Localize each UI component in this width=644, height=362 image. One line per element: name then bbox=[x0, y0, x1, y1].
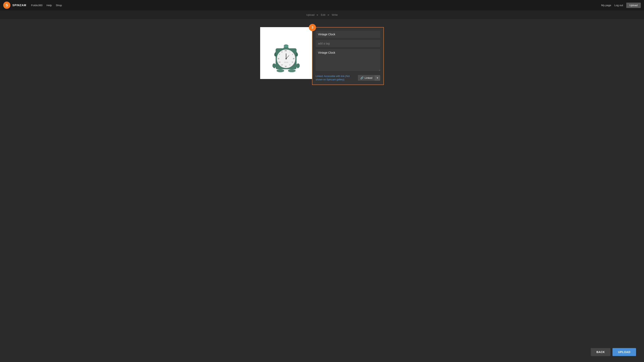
nav-left: S SPINZAM Foldio360 Help Shop bbox=[3, 2, 62, 9]
log-out-link[interactable]: Log out bbox=[614, 4, 623, 7]
title-input[interactable] bbox=[316, 31, 380, 38]
upload-button[interactable]: UPLOAD bbox=[612, 348, 636, 356]
svg-text:XI: XI bbox=[281, 51, 282, 53]
logo-area: S SPINZAM bbox=[3, 2, 26, 9]
main-content: XII III VI IX I II IV V VII VIII X XI bbox=[0, 19, 644, 93]
top-navigation: S SPINZAM Foldio360 Help Shop My page Lo… bbox=[0, 0, 644, 10]
svg-text:IV: IV bbox=[292, 62, 293, 63]
linked-status-text: Linked: Accessible with link.(Not shown … bbox=[316, 74, 356, 82]
svg-text:VIII: VIII bbox=[278, 62, 280, 63]
step-edit-label[interactable]: Edit bbox=[321, 13, 325, 16]
nav-upload-button[interactable]: Upload bbox=[626, 2, 641, 8]
logo-icon: S bbox=[3, 2, 10, 9]
form-panel: 3 Linked: Accessible with link.(Not show… bbox=[312, 27, 384, 85]
step-navigation: Upload ▶ Edit ▶ Write bbox=[0, 10, 644, 19]
svg-text:VI: VI bbox=[285, 66, 286, 68]
svg-point-1 bbox=[288, 69, 296, 72]
clock-image: XII III VI IX I II IV V VII VIII X XI bbox=[268, 33, 304, 73]
back-button[interactable]: BACK bbox=[591, 348, 610, 356]
my-page-link[interactable]: My page bbox=[601, 4, 611, 7]
svg-text:III: III bbox=[293, 58, 294, 60]
linked-label: Linked bbox=[365, 76, 372, 80]
svg-text:V: V bbox=[290, 64, 290, 66]
linked-caret-button[interactable]: ▼ bbox=[375, 75, 380, 81]
step-upload-label[interactable]: Upload bbox=[306, 13, 314, 16]
svg-point-0 bbox=[276, 69, 284, 72]
nav-link-foldio360[interactable]: Foldio360 bbox=[31, 4, 42, 7]
nav-links: Foldio360 Help Shop bbox=[31, 4, 62, 7]
linked-button[interactable]: 🔗 Linked bbox=[358, 75, 375, 81]
svg-point-18 bbox=[286, 58, 287, 60]
svg-text:VII: VII bbox=[281, 64, 283, 66]
step-arrow-1: ▶ bbox=[317, 14, 318, 16]
bottom-bar: BACK UPLOAD bbox=[591, 348, 636, 356]
svg-text:II: II bbox=[292, 54, 293, 55]
svg-text:I: I bbox=[290, 51, 290, 53]
svg-text:SPINZAM: SPINZAM bbox=[284, 62, 288, 63]
nav-link-help[interactable]: Help bbox=[46, 4, 52, 7]
logo-letter: S bbox=[6, 3, 8, 8]
linked-dropdown[interactable]: 🔗 Linked ▼ bbox=[358, 75, 380, 81]
nav-link-shop[interactable]: Shop bbox=[56, 4, 62, 7]
description-textarea[interactable] bbox=[316, 49, 380, 71]
svg-text:IX: IX bbox=[278, 58, 279, 60]
tag-input[interactable] bbox=[316, 40, 380, 47]
nav-right: My page Log out Upload bbox=[601, 2, 641, 8]
image-preview: XII III VI IX I II IV V VII VIII X XI bbox=[260, 27, 312, 79]
brand-name: SPINZAM bbox=[12, 4, 26, 7]
svg-text:X: X bbox=[279, 54, 280, 55]
form-footer: Linked: Accessible with link.(Not shown … bbox=[316, 74, 380, 82]
step-badge: 3 bbox=[309, 24, 316, 31]
svg-text:XII: XII bbox=[285, 50, 287, 52]
step-arrow-2: ▶ bbox=[328, 14, 330, 16]
link-icon: 🔗 bbox=[360, 76, 364, 80]
step-write-label[interactable]: Write bbox=[332, 13, 338, 16]
